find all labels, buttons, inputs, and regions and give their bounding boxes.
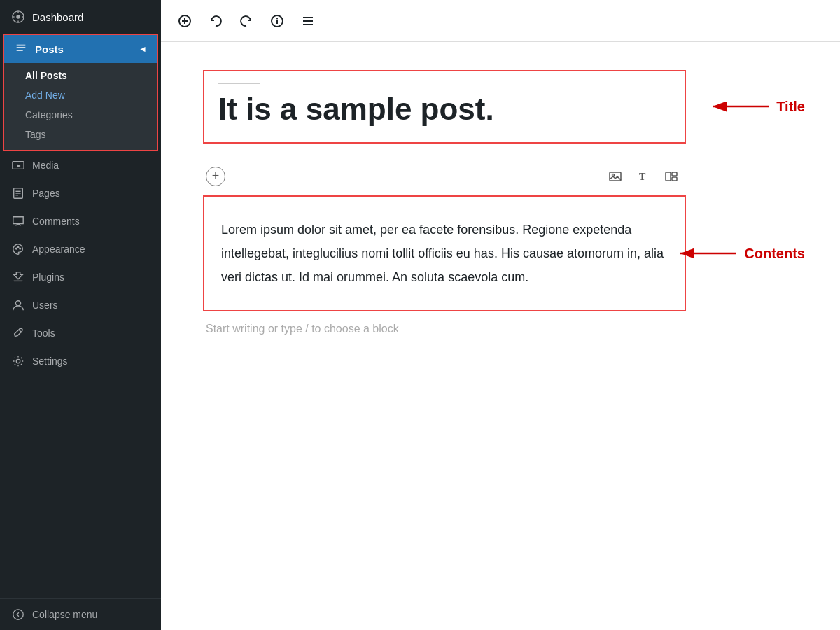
tools-label: Tools xyxy=(32,328,55,339)
title-block[interactable]: It is a sample post. xyxy=(203,70,686,144)
appearance-label: Appearance xyxy=(32,244,85,255)
content-text[interactable]: Lorem ipsum dolor sit amet, per ea facet… xyxy=(221,218,668,290)
svg-rect-35 xyxy=(666,172,671,181)
svg-marker-7 xyxy=(17,164,20,167)
info-button[interactable] xyxy=(265,8,290,34)
block-format-buttons: T xyxy=(603,164,683,188)
users-icon xyxy=(11,298,25,312)
comments-icon xyxy=(11,214,25,228)
svg-point-12 xyxy=(15,248,17,249)
svg-point-16 xyxy=(15,301,20,306)
posts-submenu: All Posts Add New Categories Tags xyxy=(4,63,157,150)
block-toolbar-row: + T xyxy=(203,164,686,188)
sidebar-item-posts[interactable]: Posts ◄ xyxy=(4,35,157,63)
sidebar-item-appearance[interactable]: Appearance xyxy=(0,235,161,263)
svg-point-14 xyxy=(20,248,21,249)
post-title[interactable]: It is a sample post. xyxy=(218,91,671,128)
posts-collapse-arrow: ◄ xyxy=(139,44,147,54)
sidebar-item-media[interactable]: Media xyxy=(0,151,161,179)
plugins-icon xyxy=(11,270,25,284)
sidebar-item-pages[interactable]: Pages xyxy=(0,179,161,207)
pages-label: Pages xyxy=(32,188,60,199)
sidebar-item-dashboard[interactable]: Dashboard xyxy=(0,0,161,34)
svg-rect-36 xyxy=(672,172,677,176)
svg-point-18 xyxy=(16,359,20,363)
media-label: Media xyxy=(32,160,59,171)
image-block-button[interactable] xyxy=(603,164,627,188)
content-block[interactable]: Lorem ipsum dolor sit amet, per ea facet… xyxy=(203,195,686,312)
svg-line-17 xyxy=(19,330,22,332)
appearance-icon xyxy=(11,242,25,256)
media-icon xyxy=(11,158,25,172)
sidebar-sub-add-new[interactable]: Add New xyxy=(4,85,157,105)
collapse-icon xyxy=(11,608,25,622)
text-block-button[interactable]: T xyxy=(631,164,655,188)
sidebar-item-settings[interactable]: Settings xyxy=(0,347,161,375)
sidebar-sub-tags[interactable]: Tags xyxy=(4,125,157,144)
title-annotation: Title xyxy=(709,98,805,115)
editor-content: It is a sample post. Title + xyxy=(161,42,840,630)
tools-icon xyxy=(11,326,25,340)
plugins-label: Plugins xyxy=(32,272,64,283)
posts-icon xyxy=(14,42,28,56)
title-arrow-icon xyxy=(709,98,772,115)
sidebar-item-users[interactable]: Users xyxy=(0,291,161,319)
dashboard-label: Dashboard xyxy=(32,11,83,23)
contents-arrow-icon xyxy=(677,245,740,262)
editor-toolbar xyxy=(161,0,840,42)
svg-point-13 xyxy=(18,246,19,248)
title-line-decoration xyxy=(218,83,260,84)
users-label: Users xyxy=(32,300,58,311)
sidebar-item-tools[interactable]: Tools xyxy=(0,319,161,347)
sidebar-item-comments[interactable]: Comments xyxy=(0,207,161,235)
svg-rect-32 xyxy=(610,172,621,181)
main-editor: It is a sample post. Title + xyxy=(161,0,840,630)
posts-label: Posts xyxy=(35,43,64,55)
sidebar-item-plugins[interactable]: Plugins xyxy=(0,263,161,291)
undo-button[interactable] xyxy=(203,8,228,34)
sidebar-sub-all-posts[interactable]: All Posts xyxy=(4,66,157,85)
collapse-label: Collapse menu xyxy=(32,609,97,620)
sidebar-posts-section: Posts ◄ All Posts Add New Categories Tag… xyxy=(3,34,158,151)
add-paragraph-button[interactable]: + xyxy=(206,167,225,186)
title-annotation-text: Title xyxy=(776,99,805,115)
sidebar: Dashboard Posts ◄ All Posts Add New Cate… xyxy=(0,0,161,630)
dashboard-icon xyxy=(11,10,25,24)
gallery-block-button[interactable] xyxy=(659,164,683,188)
sidebar-sub-categories[interactable]: Categories xyxy=(4,105,157,125)
comments-label: Comments xyxy=(32,216,80,227)
redo-button[interactable] xyxy=(234,8,259,34)
contents-annotation-text: Contents xyxy=(744,246,805,262)
svg-text:T: T xyxy=(639,172,646,182)
svg-point-1 xyxy=(16,15,20,18)
editor-placeholder[interactable]: Start writing or type / to choose a bloc… xyxy=(203,323,686,335)
menu-button[interactable] xyxy=(295,8,321,34)
pages-icon xyxy=(11,186,25,200)
svg-rect-37 xyxy=(672,177,677,181)
settings-icon xyxy=(11,354,25,368)
svg-point-19 xyxy=(13,610,23,620)
add-block-button[interactable] xyxy=(172,8,197,34)
collapse-menu-button[interactable]: Collapse menu xyxy=(0,598,161,630)
svg-point-26 xyxy=(276,18,278,19)
contents-annotation: Contents xyxy=(677,245,805,262)
settings-label: Settings xyxy=(32,356,68,367)
